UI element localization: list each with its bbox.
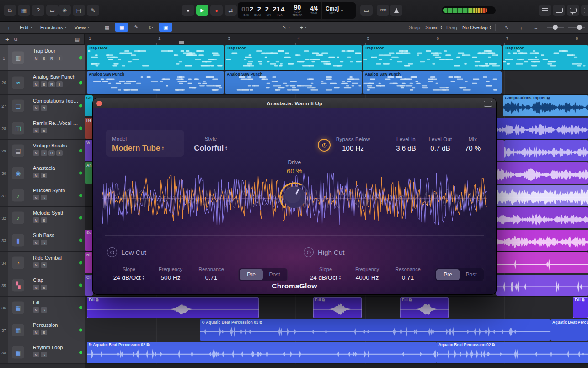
stepper-icon[interactable]: ▲▼ <box>339 276 341 280</box>
stepper-icon[interactable]: ▲▼ <box>142 276 144 280</box>
audio-region[interactable] <box>504 140 588 161</box>
region-trap-door[interactable]: Trap Door <box>363 45 502 70</box>
track-header-computations-topper[interactable]: 27▤Computations TopperMS <box>0 95 85 117</box>
highcut-post-button[interactable]: Post <box>460 269 483 280</box>
slider-handle[interactable] <box>553 25 558 30</box>
metronome-button[interactable] <box>390 5 402 16</box>
ruler[interactable]: 12345678 <box>85 34 588 45</box>
lowcut-pre-button[interactable]: Pre <box>240 269 263 280</box>
track-s-button[interactable]: S <box>41 262 47 268</box>
track-s-button[interactable]: S <box>41 173 47 178</box>
close-button[interactable] <box>96 101 102 106</box>
region-analog-saw-punch[interactable]: Analog Saw Punch <box>363 71 502 94</box>
track-i-button[interactable]: I <box>56 55 63 61</box>
track-r-button[interactable]: R <box>48 81 55 87</box>
slider-handle[interactable] <box>577 25 582 30</box>
plugin-titlebar[interactable]: Anastacia: Warm It Up <box>93 98 496 109</box>
region-fill[interactable]: Fill ⧉ <box>400 297 449 318</box>
track-s-button[interactable]: S <box>41 307 47 313</box>
add-track-button[interactable]: + <box>5 36 9 43</box>
menu-view[interactable]: View▼ <box>71 25 94 30</box>
panel-toggle-icon[interactable] <box>581 5 588 16</box>
model-selector[interactable]: Model Modern Tube▲▼ <box>106 130 184 157</box>
region-fill[interactable]: Fill ⧉ <box>87 297 259 318</box>
track-header-rhythm-loop[interactable]: 38▦Rhythm LoopMS <box>0 341 85 364</box>
track-s-button[interactable]: S <box>41 150 47 156</box>
lowcut-post-button[interactable]: Post <box>263 269 286 280</box>
region-vi[interactable]: Vi <box>85 140 93 161</box>
mix-control[interactable]: Mix 70 % <box>459 136 487 152</box>
track-m-button[interactable]: M <box>33 81 39 87</box>
track-header-melodic-synth[interactable]: 32♪Melodic SynthMS <box>0 207 85 229</box>
track-header-ride-cymbal[interactable]: 34◔Ride CymbalMS <box>0 252 85 274</box>
smart-controls-icon[interactable]: ▤ <box>73 5 85 16</box>
track-header-sub-bass[interactable]: 33▮Sub BassMS <box>0 229 85 252</box>
region-an[interactable]: An <box>85 162 93 184</box>
track-m-button[interactable]: M <box>33 217 39 223</box>
lowcut-power-button[interactable] <box>107 247 117 257</box>
track-s-button[interactable]: S <box>41 105 47 111</box>
vertical-zoom-slider[interactable] <box>568 27 585 28</box>
track-r-button[interactable]: R <box>48 150 55 156</box>
waveform-zoom-icon[interactable]: ∿ <box>500 23 513 32</box>
region-trap-door[interactable]: Trap Door <box>225 45 362 70</box>
lcd-time-signature[interactable]: 4/4 TIME <box>306 2 322 19</box>
lowcut-resonance-control[interactable]: Resonance 0.71 <box>192 266 230 281</box>
track-header-plucked-synth[interactable]: 31♪Plucked SynthMS <box>0 184 85 207</box>
region-fill[interactable]: Fill ⧉ <box>573 297 588 318</box>
track-s-button[interactable]: S <box>41 330 47 335</box>
region-re[interactable]: Re <box>85 118 93 139</box>
midi-in-icon[interactable]: ▣ <box>159 23 172 32</box>
cycle-button[interactable]: ⇄ <box>225 5 237 16</box>
track-header-clap[interactable]: 35▚ClapMS <box>0 274 85 297</box>
audio-region[interactable] <box>496 162 588 184</box>
bypass-below-control[interactable]: Bypass Below 100 Hz <box>326 136 380 152</box>
audio-region[interactable] <box>496 118 588 139</box>
style-selector[interactable]: Style Colorful▲▼ <box>182 136 239 153</box>
display-mode-icon[interactable]: ▭ <box>360 5 373 16</box>
region-trap-door[interactable]: Trap Door <box>503 45 588 70</box>
region-co[interactable]: Co <box>85 95 93 116</box>
track-m-button[interactable]: M <box>33 55 39 61</box>
track-m-button[interactable]: M <box>33 262 39 268</box>
track-s-button[interactable]: S <box>41 81 47 87</box>
audio-region[interactable] <box>496 207 588 228</box>
track-i-button[interactable]: I <box>56 150 63 156</box>
region-analog-saw-punch[interactable]: Analog Saw Punch <box>87 71 224 94</box>
flag-icon[interactable]: ▷ <box>144 23 158 32</box>
track-header-percussion[interactable]: 37▦PercussionMS <box>0 319 85 341</box>
draw-icon[interactable]: ✎ <box>129 23 143 32</box>
vertical-zoom-icon[interactable]: ↕ <box>514 23 528 32</box>
play-button[interactable]: ▶ <box>196 5 208 16</box>
highcut-power-button[interactable] <box>304 247 314 257</box>
track-header-trap-door[interactable]: 1▦Trap DoorMSRI <box>0 45 85 71</box>
secondary-tool-button[interactable]: +▼ <box>297 23 310 32</box>
stepper-icon[interactable]: ▲▼ <box>225 146 227 151</box>
stepper-icon[interactable]: ▲▼ <box>161 146 164 151</box>
mixer-icon[interactable]: ▦ <box>18 5 30 16</box>
track-s-button[interactable]: S <box>41 352 47 357</box>
windows-icon[interactable]: ⧉ <box>4 5 16 16</box>
snap-select[interactable]: Smart▲▼ <box>425 25 443 30</box>
track-s-button[interactable]: S <box>41 217 47 223</box>
list-icon[interactable] <box>539 5 551 16</box>
audio-region[interactable] <box>496 252 588 273</box>
track-m-button[interactable]: M <box>33 128 39 133</box>
lcd-display[interactable]: 002 2 2 214 BAR BEAT DIV TICK 90 KEEP TE… <box>238 2 356 19</box>
track-header-analog-saw-punch[interactable]: 26≈Analog Saw PunchMSRI <box>0 71 85 95</box>
track-m-button[interactable]: M <box>33 105 39 111</box>
track-m-button[interactable]: M <box>33 195 39 200</box>
chat-icon[interactable] <box>567 5 579 16</box>
lcd-tempo[interactable]: 90 KEEP TEMPO <box>289 2 307 19</box>
pointer-tool-button[interactable]: ↖▼ <box>279 23 293 32</box>
pencil-icon[interactable]: ✎ <box>87 5 99 16</box>
playhead-handle[interactable] <box>179 41 184 44</box>
track-m-button[interactable]: M <box>33 307 39 313</box>
stop-button[interactable]: ■ <box>182 5 194 16</box>
track-m-button[interactable]: M <box>33 352 39 357</box>
region-aquatic-beat-percus[interactable]: Aquatic Beat Percus <box>551 319 588 341</box>
help-icon[interactable]: ? <box>32 5 44 16</box>
track-s-button[interactable]: S <box>41 195 47 200</box>
drive-knob[interactable] <box>277 180 312 215</box>
dim-display-icon[interactable]: ☀ <box>59 5 71 16</box>
